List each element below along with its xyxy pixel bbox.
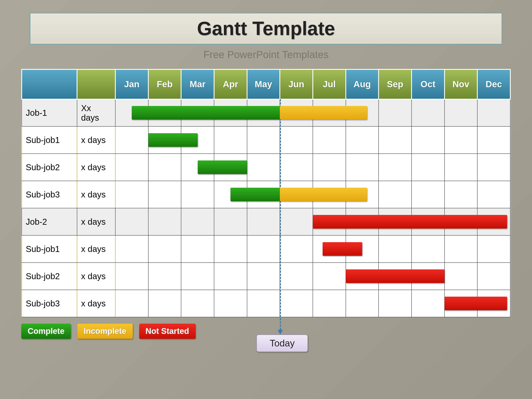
month-cell [181, 208, 214, 235]
month-cell [214, 208, 247, 235]
month-cell [214, 235, 247, 263]
task-name: Sub-job2 [22, 154, 77, 181]
month-cell [412, 127, 444, 154]
task-name: Job-2 [22, 208, 77, 235]
month-cell [181, 235, 214, 263]
header-month: Oct [412, 69, 444, 99]
header-month: Feb [148, 69, 181, 99]
month-cell [115, 263, 148, 290]
month-cell [181, 263, 214, 290]
month-cell [280, 154, 313, 181]
month-cell [412, 181, 444, 208]
month-cell [379, 127, 412, 154]
slide: Gantt Template Free PowerPoint Templates… [0, 0, 532, 399]
month-cell [346, 127, 379, 154]
month-cell [115, 235, 148, 263]
title-box: Gantt Template [30, 13, 502, 44]
month-cell [477, 181, 510, 208]
month-cell [247, 235, 280, 263]
header-month: Jun [280, 69, 313, 99]
month-cell [247, 127, 280, 154]
month-cell [115, 127, 148, 154]
month-cell [280, 263, 313, 290]
month-cell [346, 154, 379, 181]
page-title: Gantt Template [31, 18, 501, 40]
gantt-bar [444, 297, 507, 310]
month-cell [214, 127, 247, 154]
legend-incomplete: Incomplete [77, 324, 133, 339]
header-duration [77, 69, 115, 99]
month-cell [379, 235, 412, 263]
gantt-chart: JanFebMarAprMayJunJulAugSepOctNovDec Job… [21, 69, 511, 317]
month-cell [313, 127, 346, 154]
subjob-row: Sub-job1x days [22, 127, 510, 154]
month-cell [148, 235, 181, 263]
gantt-bar [230, 188, 280, 201]
month-cell [444, 154, 477, 181]
month-cell [280, 290, 313, 317]
task-name: Sub-job3 [22, 290, 77, 317]
gantt-bar [346, 269, 444, 283]
month-cell [115, 154, 148, 181]
header-month: Jan [115, 69, 148, 99]
task-duration: x days [77, 290, 115, 317]
month-cell [214, 263, 247, 290]
task-duration: x days [77, 154, 115, 181]
header-month: Mar [181, 69, 214, 99]
month-cell [477, 154, 510, 181]
month-cell [379, 290, 412, 317]
task-name: Job-1 [22, 99, 77, 127]
header-month: Apr [214, 69, 247, 99]
header-month: Jul [313, 69, 346, 99]
task-duration: x days [77, 127, 115, 154]
subjob-row: Sub-job1x days [22, 235, 510, 263]
month-cell [148, 208, 181, 235]
task-duration: x days [77, 263, 115, 290]
gantt-bar [148, 133, 198, 147]
month-cell [247, 290, 280, 317]
month-cell [477, 263, 510, 290]
month-cell [346, 290, 379, 317]
month-cell [313, 154, 346, 181]
month-cell [247, 263, 280, 290]
month-cell [148, 290, 181, 317]
month-cell [412, 290, 444, 317]
task-name: Sub-job3 [22, 181, 77, 208]
gantt-bar [132, 106, 280, 120]
month-cell [115, 208, 148, 235]
task-name: Sub-job1 [22, 127, 77, 154]
gantt-bar [198, 160, 247, 174]
month-cell [247, 208, 280, 235]
legend-not-started: Not Started [139, 324, 196, 339]
month-cell [379, 181, 412, 208]
month-cell [412, 99, 444, 127]
gantt-bar [280, 188, 367, 201]
subjob-row: Sub-job2x days [22, 154, 510, 181]
month-cell [148, 263, 181, 290]
month-cell [444, 99, 477, 127]
month-cell [412, 235, 444, 263]
month-cell [477, 235, 510, 263]
month-cell [477, 127, 510, 154]
month-cell [115, 290, 148, 317]
subtitle: Free PowerPoint Templates [21, 49, 511, 60]
month-cell [280, 127, 313, 154]
month-cell [412, 154, 444, 181]
month-cell [280, 235, 313, 263]
month-cell [444, 235, 477, 263]
month-cell [247, 154, 280, 181]
task-duration: x days [77, 181, 115, 208]
header-month: Aug [346, 69, 379, 99]
task-duration: x days [77, 235, 115, 263]
month-cell [313, 290, 346, 317]
month-cell [148, 181, 181, 208]
month-cell [181, 290, 214, 317]
month-cell [280, 208, 313, 235]
gantt-bar [323, 242, 362, 256]
subjob-row: Sub-job3x days [22, 290, 510, 317]
gantt-bar [280, 106, 367, 120]
header-month: Nov [444, 69, 477, 99]
month-cell [214, 290, 247, 317]
header-month: Dec [477, 69, 510, 99]
month-cell [181, 181, 214, 208]
